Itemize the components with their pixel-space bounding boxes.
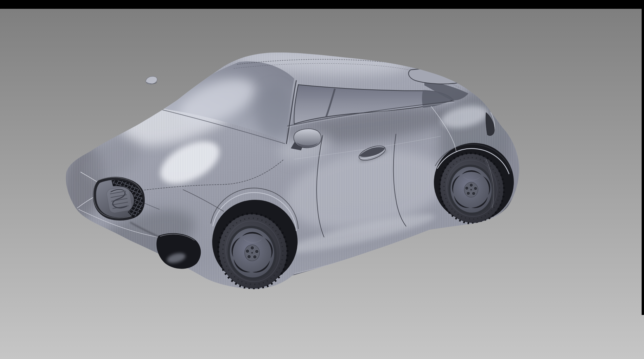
letterbox-top-bar [0, 0, 644, 9]
render-viewport [0, 0, 644, 359]
front-grille [94, 177, 143, 219]
seat-badge-icon [106, 186, 133, 214]
letterbox-right-bar [642, 9, 644, 315]
viewport-canvas[interactable] [0, 0, 644, 359]
windshield-shade [256, 85, 293, 139]
